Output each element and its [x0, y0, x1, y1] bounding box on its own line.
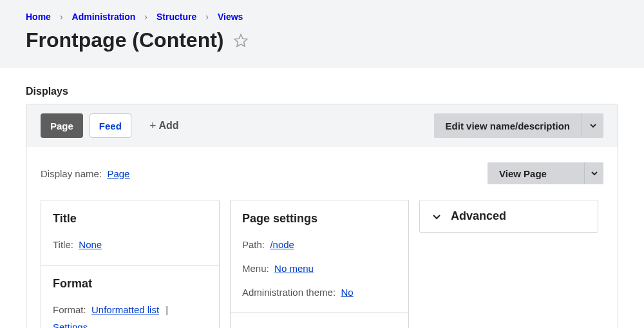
- page-settings-heading: Page settings: [242, 212, 397, 226]
- view-page-button-group: View Page: [488, 162, 603, 184]
- title-value[interactable]: None: [79, 239, 102, 250]
- format-label: Format:: [53, 304, 86, 315]
- chevron-right-icon: ›: [205, 12, 209, 22]
- breadcrumb: Home › Administration › Structure › View…: [26, 12, 618, 22]
- svg-marker-0: [234, 34, 247, 46]
- format-settings-link[interactable]: Settings: [53, 322, 88, 328]
- advanced-label: Advanced: [451, 209, 506, 223]
- displays-box: Page Feed + Add Edit view name/descripti…: [26, 104, 618, 328]
- menu-label: Menu:: [242, 263, 269, 274]
- edit-view-name-button[interactable]: Edit view name/description: [434, 113, 582, 138]
- chevron-down-icon: [431, 211, 442, 222]
- format-value[interactable]: Unformatted list: [91, 304, 159, 315]
- format-heading: Format: [53, 277, 207, 291]
- tab-page[interactable]: Page: [41, 113, 83, 138]
- menu-value[interactable]: No menu: [274, 263, 314, 274]
- path-label: Path:: [242, 239, 265, 250]
- add-display-button[interactable]: + Add: [147, 113, 184, 138]
- add-display-label: Add: [158, 120, 178, 131]
- separator: |: [166, 304, 168, 315]
- chevron-right-icon: ›: [144, 12, 147, 22]
- breadcrumb-home[interactable]: Home: [26, 12, 51, 22]
- display-name-value[interactable]: Page: [107, 168, 129, 179]
- admin-theme-value[interactable]: No: [341, 287, 353, 298]
- title-format-card: Title Title: None Format Format: Unforma…: [41, 200, 220, 328]
- page-settings-card: Page settings Path: /node Menu: No menu …: [230, 200, 409, 328]
- plus-icon: +: [149, 119, 156, 133]
- view-page-button[interactable]: View Page: [488, 162, 584, 184]
- displays-topbar: Page Feed + Add Edit view name/descripti…: [26, 104, 618, 147]
- displays-heading: Displays: [26, 86, 618, 97]
- advanced-toggle[interactable]: Advanced: [419, 200, 598, 233]
- edit-view-button-group: Edit view name/description: [434, 113, 603, 138]
- display-name-label: Display name:: [41, 168, 102, 179]
- title-label: Title:: [53, 239, 73, 250]
- tab-feed[interactable]: Feed: [90, 113, 131, 138]
- chevron-right-icon: ›: [60, 12, 63, 22]
- path-value[interactable]: /node: [270, 239, 294, 250]
- star-outline-icon[interactable]: [233, 33, 249, 48]
- admin-theme-label: Administration theme:: [242, 287, 336, 298]
- breadcrumb-administration[interactable]: Administration: [72, 12, 136, 22]
- edit-view-name-dropdown[interactable]: [582, 113, 603, 138]
- breadcrumb-structure[interactable]: Structure: [156, 12, 196, 22]
- breadcrumb-views[interactable]: Views: [218, 12, 243, 22]
- page-title: Frontpage (Content): [26, 28, 224, 52]
- view-page-dropdown[interactable]: [584, 162, 603, 184]
- title-heading: Title: [53, 212, 207, 226]
